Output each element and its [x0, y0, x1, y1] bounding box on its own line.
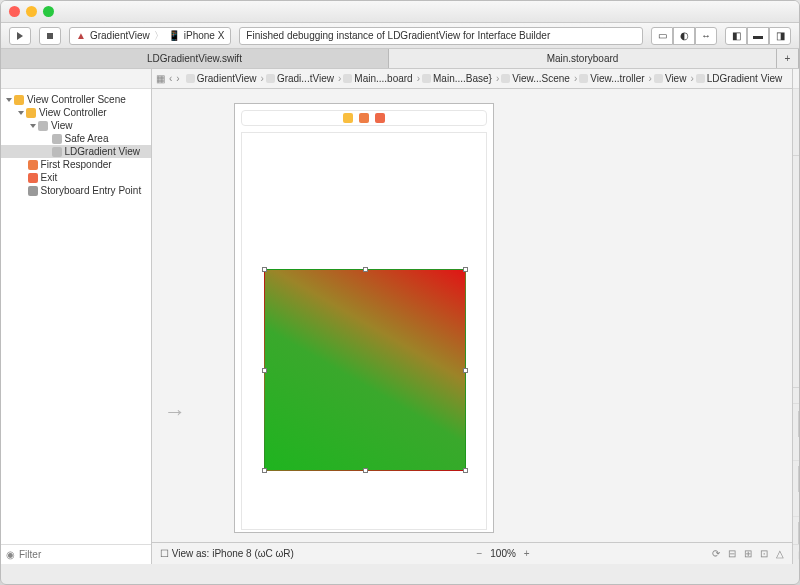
stop-button[interactable]: [39, 27, 61, 45]
outline-item[interactable]: Exit: [1, 171, 151, 184]
forward-button[interactable]: ›: [176, 73, 179, 84]
file-tabbar: LDGradientView.swift Main.storyboard +: [1, 49, 799, 69]
zoom-out-button[interactable]: −: [476, 548, 482, 559]
traffic-lights: [9, 6, 54, 17]
pin-button[interactable]: ⊡: [760, 548, 768, 559]
outline-item[interactable]: Storyboard Entry Point: [1, 184, 151, 197]
library-item[interactable]: View - Represents a rectangular region i…: [793, 517, 800, 544]
resolve-button[interactable]: △: [776, 548, 784, 559]
scheme-selector[interactable]: ▲GradientView〉 📱iPhone X: [69, 27, 231, 45]
exit-icon[interactable]: [375, 113, 385, 123]
jump-segment[interactable]: GradientView: [186, 73, 266, 84]
library-item[interactable]: ⊦--⊣Fixed Space Bar Button Item - Repres…: [793, 406, 800, 461]
gradient-view[interactable]: [264, 269, 466, 471]
jump-segment[interactable]: LDGradient View: [696, 73, 788, 84]
navigator-header: [1, 69, 151, 89]
outline-item[interactable]: View Controller: [1, 106, 151, 119]
back-button[interactable]: ‹: [169, 73, 172, 84]
zoom-in-button[interactable]: +: [524, 548, 530, 559]
gradient-section: Gradient View Start Color⌄ End Color⌄ An…: [793, 89, 800, 156]
navigator-filter-input[interactable]: [19, 549, 146, 560]
editor-area: ▦ ‹ › GradientViewGradi...tViewMain....b…: [152, 69, 792, 564]
jump-segment[interactable]: View...Scene: [501, 73, 579, 84]
outline-item[interactable]: Safe Area: [1, 132, 151, 145]
scene-dock[interactable]: [241, 110, 487, 126]
editor-mode-assistant[interactable]: ◐: [673, 27, 695, 45]
outline-item[interactable]: View Controller Scene: [1, 93, 151, 106]
related-items-icon[interactable]: ▦: [156, 73, 165, 84]
outline-item[interactable]: LDGradient View: [1, 145, 151, 158]
object-library[interactable]: ⊦--⊣Fixed Space Bar Button Item - Repres…: [793, 404, 800, 544]
view-section: View Content ModeScale To Fill SemanticU…: [793, 156, 800, 388]
constraints-update[interactable]: ⟳: [712, 548, 720, 559]
tab-storyboard[interactable]: Main.storyboard: [389, 49, 777, 68]
main-area: View Controller SceneView ControllerView…: [1, 69, 799, 564]
minimize-button[interactable]: [26, 6, 37, 17]
filter-icon[interactable]: ◉: [6, 549, 15, 560]
inspector-panel: ▯ ? ▣ ⇅ ▤ → Gradient View Start Color⌄ E…: [792, 69, 800, 564]
close-button[interactable]: [9, 6, 20, 17]
navigator-panel: View Controller SceneView ControllerView…: [1, 69, 152, 564]
library-item[interactable]: ↔Flexible Space Bar Button Item - Repres…: [793, 461, 800, 516]
jump-segment[interactable]: View...troller: [579, 73, 654, 84]
window-titlebar: [1, 1, 799, 23]
vc-icon[interactable]: [343, 113, 353, 123]
zoom-level[interactable]: 100%: [490, 548, 516, 559]
jump-bar[interactable]: ▦ ‹ › GradientViewGradi...tViewMain....b…: [152, 69, 792, 89]
status-bar: Finished debugging instance of LDGradien…: [239, 27, 643, 45]
run-button[interactable]: [9, 27, 31, 45]
editor-mode-standard[interactable]: ▭: [651, 27, 673, 45]
view-controller[interactable]: [234, 103, 494, 533]
jump-segment[interactable]: View: [654, 73, 696, 84]
library-tabs: ▯ {} ◯ ▣: [793, 388, 800, 404]
library-footer: ▦ ◉: [793, 544, 800, 564]
canvas[interactable]: →: [152, 89, 792, 542]
jump-segment[interactable]: Main....board: [343, 73, 422, 84]
toggle-debug-button[interactable]: ▬: [747, 27, 769, 45]
svg-rect-0: [47, 33, 53, 39]
first-responder-icon[interactable]: [359, 113, 369, 123]
root-view[interactable]: [241, 132, 487, 530]
jump-segment[interactable]: Main....Base}: [422, 73, 501, 84]
entry-point-arrow[interactable]: →: [164, 399, 186, 425]
toggle-inspector-button[interactable]: ◨: [769, 27, 791, 45]
new-tab-button[interactable]: +: [777, 49, 799, 68]
outline-item[interactable]: View: [1, 119, 151, 132]
embed-button[interactable]: ⊟: [728, 548, 736, 559]
inspector-tabs: ▯ ? ▣ ⇅ ▤ →: [793, 69, 800, 89]
outline-item[interactable]: First Responder: [1, 158, 151, 171]
document-outline[interactable]: View Controller SceneView ControllerView…: [1, 89, 151, 544]
navigator-footer: ◉: [1, 544, 151, 564]
canvas-bar: ☐ View as: iPhone 8 (ωC ωR) − 100% + ⟳ ⊟…: [152, 542, 792, 564]
editor-mode-version[interactable]: ↔: [695, 27, 717, 45]
jump-segment[interactable]: Gradi...tView: [266, 73, 343, 84]
toolbar: ▲GradientView〉 📱iPhone X Finished debugg…: [1, 23, 799, 49]
zoom-button[interactable]: [43, 6, 54, 17]
tab-swift-file[interactable]: LDGradientView.swift: [1, 49, 389, 68]
device-config-button[interactable]: ☐ View as: iPhone 8 (ωC ωR): [160, 548, 294, 559]
align-button[interactable]: ⊞: [744, 548, 752, 559]
toggle-navigator-button[interactable]: ◧: [725, 27, 747, 45]
